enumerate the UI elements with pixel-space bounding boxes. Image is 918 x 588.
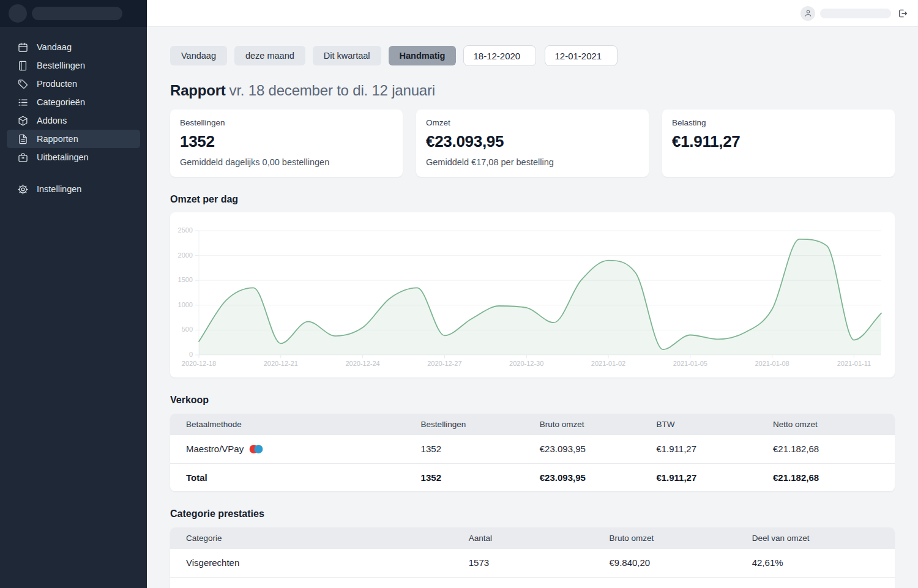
page-title: Rapportvr. 18 december to di. 12 januari bbox=[170, 82, 895, 99]
app-window: Vandaag Bestellingen Producten Categorie… bbox=[0, 0, 918, 588]
user-icon bbox=[804, 9, 813, 18]
column-header: BTW bbox=[640, 414, 757, 435]
categorie-section-title: Categorie prestaties bbox=[170, 508, 895, 519]
sidebar-item-rapporten[interactable]: Rapporten bbox=[7, 130, 140, 148]
sidebar-item-label: Instellingen bbox=[37, 184, 81, 194]
stat-label: Belasting bbox=[672, 118, 885, 127]
sidebar: Vandaag Bestellingen Producten Categorie… bbox=[0, 0, 147, 588]
revenue-chart-card: 050010001500200025002020-12-182020-12-21… bbox=[170, 212, 895, 378]
payment-method-cell: Maestro/VPay bbox=[186, 444, 399, 454]
stat-note: Gemiddeld €17,08 per bestelling bbox=[426, 157, 639, 167]
sidebar-item-instellingen[interactable]: Instellingen bbox=[7, 180, 140, 198]
table-cell: 42,61% bbox=[736, 549, 895, 577]
maestro-vpay-icon bbox=[249, 444, 263, 454]
document-icon bbox=[17, 133, 29, 145]
stat-card-omzet: Omzet €23.093,95 Gemiddeld €17,08 per be… bbox=[416, 110, 649, 177]
sidebar-item-label: Categorieën bbox=[37, 97, 85, 107]
table-header-row: BetaalmethodeBestellingenBruto omzetBTWN… bbox=[170, 414, 895, 435]
sidebar-item-label: Bestellingen bbox=[37, 61, 85, 70]
column-header: Bestellingen bbox=[405, 414, 524, 435]
sidebar-item-label: Producten bbox=[37, 79, 77, 89]
table-cell: Friet bbox=[170, 577, 453, 588]
calendar-icon bbox=[17, 42, 29, 53]
logout-button[interactable] bbox=[896, 7, 909, 20]
column-header: Bruto omzet bbox=[593, 527, 736, 549]
total-cell: 1352 bbox=[405, 463, 524, 491]
report-page: Vandaag deze maand Dit kwartaal Handmati… bbox=[147, 27, 918, 588]
sidebar-item-categorieen[interactable]: Categorieën bbox=[7, 93, 140, 111]
table-cell: €1.911,27 bbox=[640, 435, 757, 463]
column-header: Betaalmethode bbox=[170, 414, 405, 435]
date-filter-row: Vandaag deze maand Dit kwartaal Handmati… bbox=[170, 45, 895, 66]
sidebar-item-producten[interactable]: Producten bbox=[7, 75, 140, 93]
table-cell: €4.642,60 bbox=[593, 577, 736, 588]
report-title: Rapport bbox=[170, 82, 226, 99]
sidebar-header bbox=[0, 0, 147, 27]
sidebar-nav: Vandaag Bestellingen Producten Categorie… bbox=[0, 27, 147, 198]
total-cell: €21.182,68 bbox=[757, 463, 895, 491]
user-avatar-button[interactable] bbox=[800, 6, 815, 21]
verkoop-table: BetaalmethodeBestellingenBruto omzetBTWN… bbox=[170, 414, 895, 491]
svg-text:0: 0 bbox=[189, 351, 193, 358]
svg-text:2020-12-27: 2020-12-27 bbox=[427, 360, 461, 367]
stat-value: €23.093,95 bbox=[426, 132, 639, 151]
column-header: Bruto omzet bbox=[524, 414, 641, 435]
sidebar-item-label: Uitbetalingen bbox=[37, 152, 89, 162]
categorie-table-card: CategorieAantalBruto omzetDeel van omzet… bbox=[170, 527, 895, 588]
table-total-row: Total1352€23.093,95€1.911,27€21.182,68 bbox=[170, 463, 895, 491]
svg-text:1000: 1000 bbox=[178, 301, 193, 308]
sidebar-item-uitbetalingen[interactable]: Uitbetalingen bbox=[7, 148, 140, 166]
svg-text:2500: 2500 bbox=[178, 226, 193, 234]
table-cell: 1573 bbox=[453, 549, 594, 577]
date-to-input[interactable] bbox=[545, 45, 618, 66]
sidebar-item-addons[interactable]: Addons bbox=[7, 111, 140, 130]
chart-section-title: Omzet per dag bbox=[170, 194, 895, 205]
book-icon bbox=[17, 60, 29, 72]
total-cell: €23.093,95 bbox=[524, 463, 641, 491]
report-date-range: vr. 18 december to di. 12 januari bbox=[230, 82, 435, 99]
column-header: Netto omzet bbox=[757, 414, 895, 435]
stat-card-belasting: Belasting €1.911,27 bbox=[662, 110, 895, 177]
sidebar-item-label: Vandaag bbox=[37, 42, 72, 52]
total-cell: Total bbox=[170, 463, 405, 491]
stat-note: Gemiddeld dagelijks 0,00 bestellingen bbox=[180, 157, 393, 167]
svg-text:2020-12-21: 2020-12-21 bbox=[264, 360, 298, 367]
table-cell: Visgerechten bbox=[170, 549, 453, 577]
logout-icon bbox=[897, 8, 908, 19]
sidebar-item-vandaag[interactable]: Vandaag bbox=[7, 38, 140, 56]
table-row: Maestro/VPay 1352€23.093,95€1.911,27€21.… bbox=[170, 435, 895, 463]
categorie-table: CategorieAantalBruto omzetDeel van omzet… bbox=[170, 527, 895, 588]
column-header: Categorie bbox=[170, 527, 453, 549]
gear-icon bbox=[17, 184, 29, 195]
verkoop-section-title: Verkoop bbox=[170, 395, 895, 406]
stat-value: €1.911,27 bbox=[672, 132, 885, 151]
table-cell: 20,10% bbox=[736, 577, 895, 588]
column-header: Deel van omzet bbox=[736, 527, 895, 549]
sidebar-item-bestellingen[interactable]: Bestellingen bbox=[7, 56, 140, 75]
table-cell: 1210 bbox=[453, 577, 594, 588]
svg-text:2021-01-08: 2021-01-08 bbox=[755, 360, 789, 367]
cube-icon bbox=[17, 115, 29, 127]
column-header: Aantal bbox=[453, 527, 594, 549]
logo-placeholder bbox=[9, 4, 27, 23]
tag-icon bbox=[17, 78, 29, 90]
filter-deze-maand-button[interactable]: deze maand bbox=[234, 46, 305, 65]
briefcase-icon bbox=[17, 152, 29, 163]
svg-text:1500: 1500 bbox=[178, 276, 193, 283]
filter-dit-kwartaal-button[interactable]: Dit kwartaal bbox=[313, 46, 381, 65]
stat-card-bestellingen: Bestellingen 1352 Gemiddeld dagelijks 0,… bbox=[170, 110, 403, 177]
date-from-input[interactable] bbox=[463, 45, 536, 66]
topbar bbox=[147, 0, 918, 27]
main-area: Vandaag deze maand Dit kwartaal Handmati… bbox=[147, 0, 918, 588]
svg-text:500: 500 bbox=[182, 326, 193, 333]
brand-name-placeholder bbox=[32, 7, 122, 20]
svg-text:2020-12-24: 2020-12-24 bbox=[345, 360, 379, 367]
filter-handmatig-button[interactable]: Handmatig bbox=[389, 46, 457, 65]
table-cell: 1352 bbox=[405, 435, 524, 463]
table-cell: €23.093,95 bbox=[524, 435, 641, 463]
stat-cards: Bestellingen 1352 Gemiddeld dagelijks 0,… bbox=[170, 110, 895, 177]
table-cell: €21.182,68 bbox=[757, 435, 895, 463]
filter-vandaag-button[interactable]: Vandaag bbox=[170, 46, 227, 65]
svg-text:2021-01-02: 2021-01-02 bbox=[591, 360, 625, 367]
list-icon bbox=[17, 97, 29, 108]
